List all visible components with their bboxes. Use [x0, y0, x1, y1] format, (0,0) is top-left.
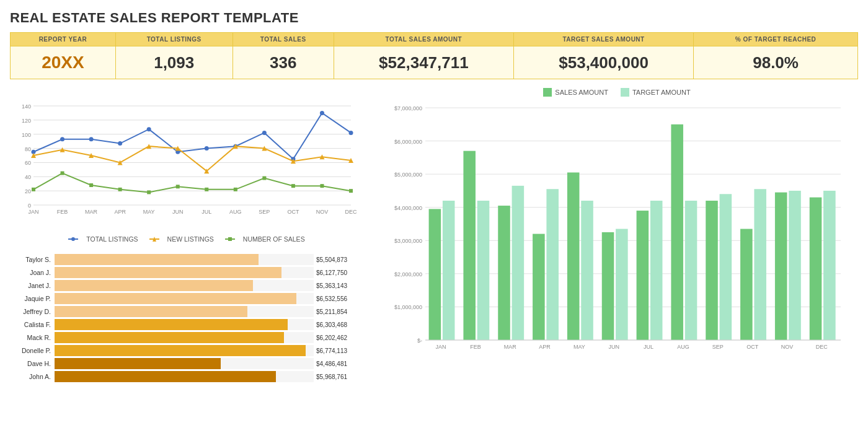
svg-rect-54: [89, 183, 93, 187]
svg-text:SEP: SEP: [259, 209, 270, 215]
bar-chart-legend: SALES AMOUNT TARGET AMOUNT: [376, 88, 858, 97]
svg-rect-93: [512, 186, 525, 340]
svg-text:MAY: MAY: [143, 209, 155, 215]
svg-rect-113: [740, 229, 753, 340]
svg-rect-63: [349, 189, 353, 193]
summary-value-3: $52,347,711: [334, 46, 513, 79]
svg-rect-58: [205, 188, 208, 191]
svg-point-65: [71, 237, 75, 241]
svg-rect-52: [32, 188, 35, 191]
hbar-row: Janet J.$5,363,143: [10, 280, 363, 291]
legend-new-listings: NEW LISTINGS: [149, 235, 214, 243]
svg-text:FEB: FEB: [57, 209, 68, 215]
hbar-row: Jaquie P.$6,532,556: [10, 293, 363, 304]
hbar-agent-value: $5,968,761: [314, 373, 363, 380]
svg-text:60: 60: [25, 160, 31, 166]
hbar-bar: [55, 280, 253, 291]
summary-header-5: % OF TARGET REACHED: [694, 33, 858, 46]
svg-text:100: 100: [22, 132, 31, 138]
hbar-row: John A.$5,968,761: [10, 371, 363, 382]
page-title: REAL ESTATE SALES REPORT TEMPLATE: [10, 10, 858, 26]
summary-value-2: 336: [232, 46, 334, 79]
svg-text:$3,000,000: $3,000,000: [394, 238, 422, 244]
svg-text:OCT: OCT: [746, 344, 759, 350]
svg-text:DEC: DEC: [816, 344, 828, 350]
svg-rect-69: [228, 237, 232, 241]
svg-text:JUN: JUN: [172, 209, 184, 215]
hbar-agent-value: $5,504,873: [314, 256, 363, 263]
svg-rect-120: [823, 191, 836, 340]
svg-text:SEP: SEP: [712, 344, 724, 350]
summary-header-0: REPORT YEAR: [11, 33, 116, 46]
hbar-agent-name: Taylor S.: [10, 256, 55, 263]
svg-rect-119: [810, 198, 822, 340]
svg-text:120: 120: [22, 118, 31, 124]
svg-rect-114: [754, 189, 766, 340]
hbar-agent-value: $6,532,556: [314, 295, 363, 302]
svg-point-32: [147, 127, 151, 131]
svg-text:FEB: FEB: [470, 344, 481, 350]
summary-table: REPORT YEARTOTAL LISTINGSTOTAL SALESTOTA…: [10, 32, 858, 79]
svg-rect-59: [234, 188, 237, 191]
svg-rect-53: [61, 172, 64, 175]
legend-number-sales: NUMBER OF SALES: [225, 235, 305, 243]
hbar-section: Taylor S.$5,504,873Joan J.$6,127,750Jane…: [10, 254, 363, 382]
svg-point-38: [320, 111, 324, 115]
summary-header-1: TOTAL LISTINGS: [115, 33, 232, 46]
svg-text:140: 140: [22, 103, 31, 110]
hbar-agent-value: $5,211,854: [314, 308, 363, 315]
svg-rect-99: [581, 201, 593, 340]
svg-text:AUG: AUG: [229, 209, 242, 215]
hbar-agent-name: Joan J.: [10, 269, 55, 276]
svg-text:JUN: JUN: [609, 344, 620, 350]
hbar-bar: [55, 306, 247, 317]
hbar-agent-name: Calista F.: [10, 321, 55, 328]
svg-text:20: 20: [25, 188, 31, 194]
svg-point-34: [205, 146, 209, 151]
hbar-row: Calista F.$6,303,468: [10, 319, 363, 330]
hbar-bar: [55, 267, 281, 278]
svg-rect-117: [789, 191, 801, 340]
svg-rect-108: [685, 201, 698, 340]
hbar-row: Joan J.$6,127,750: [10, 267, 363, 278]
svg-text:JUL: JUL: [644, 344, 653, 350]
svg-text:$1,000,000: $1,000,000: [394, 304, 422, 310]
svg-text:NOV: NOV: [316, 209, 329, 215]
hbar-row: Taylor S.$5,504,873: [10, 254, 363, 265]
hbar-agent-name: Jeffrey D.: [10, 308, 55, 315]
hbar-agent-name: Dave H.: [10, 360, 55, 367]
svg-text:$4,000,000: $4,000,000: [394, 205, 422, 211]
svg-rect-92: [498, 206, 510, 340]
hbar-bar: [55, 371, 276, 382]
hbar-bar: [55, 254, 259, 265]
hbar-bar: [55, 332, 284, 343]
svg-point-30: [89, 137, 94, 141]
svg-rect-111: [720, 194, 732, 340]
svg-rect-105: [650, 201, 663, 340]
summary-value-1: 1,093: [115, 46, 232, 79]
svg-point-29: [60, 137, 64, 141]
summary-header-4: TARGET SALES AMOUNT: [513, 33, 693, 46]
svg-text:$-: $-: [417, 338, 422, 344]
svg-rect-102: [616, 229, 628, 340]
svg-rect-55: [118, 188, 122, 191]
hbar-row: Donelle P.$6,774,113: [10, 345, 363, 356]
svg-text:0: 0: [28, 203, 31, 209]
svg-point-36: [262, 131, 267, 135]
svg-rect-116: [775, 193, 787, 340]
svg-rect-57: [176, 185, 180, 188]
hbar-row: Jeffrey D.$5,211,854: [10, 306, 363, 317]
hbar-agent-name: Mack R.: [10, 334, 55, 341]
svg-rect-56: [147, 190, 151, 194]
svg-point-31: [118, 141, 122, 146]
hbar-agent-value: $4,486,481: [314, 360, 363, 367]
hbar-agent-value: $6,127,750: [314, 269, 363, 276]
hbar-agent-name: Jaquie P.: [10, 295, 55, 302]
bar-chart: $-$1,000,000$2,000,000$3,000,000$4,000,0…: [376, 102, 847, 368]
svg-rect-96: [546, 189, 559, 340]
svg-text:MAY: MAY: [574, 344, 585, 350]
svg-point-39: [349, 131, 353, 135]
hbar-agent-value: $6,774,113: [314, 347, 363, 354]
svg-text:$6,000,000: $6,000,000: [394, 139, 422, 145]
hbar-agent-name: Donelle P.: [10, 347, 55, 354]
